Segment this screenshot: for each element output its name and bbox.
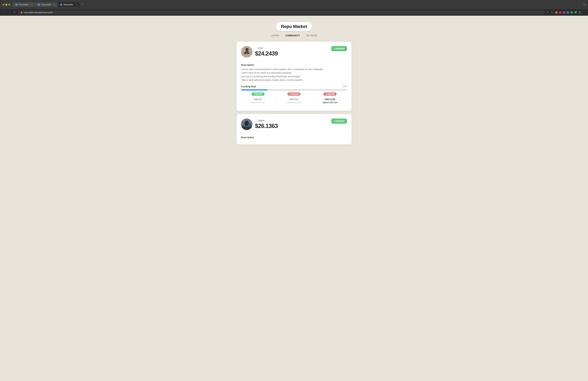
steve-heart-icon[interactable]: ♡ — [255, 119, 257, 122]
site-header: Repu Market LEARN COMMUNITY MY PAGE — [3, 22, 585, 37]
carl-card[interactable]: ♡ Carl $24.2439 4 REMAIN Description I a… — [236, 42, 352, 111]
bookmark-icon[interactable]: ★ — [551, 11, 554, 14]
browser-tab-2[interactable]: Reputable ✕ — [35, 2, 58, 7]
carl-service-cards: 2 REMAIN ERC20 spend 100 Carl 1 REMAIN E… — [241, 94, 347, 106]
svg-rect-9 — [249, 124, 251, 127]
ext-icon-5[interactable] — [570, 11, 573, 14]
carl-funding-pct: 25% — [343, 85, 347, 88]
tab-close-2[interactable]: ✕ — [53, 3, 55, 6]
minimize-window-button[interactable] — [5, 4, 7, 6]
ext-icon-3[interactable] — [563, 11, 565, 14]
carl-erc1155-title: ERC1155 — [316, 98, 344, 101]
tab-favicon-1 — [15, 3, 18, 6]
site-logo: Repu Market — [276, 22, 312, 31]
steve-name-section: ♡ Steve $26.1363 — [255, 119, 278, 129]
profile-icon[interactable]: 👤 — [578, 11, 581, 14]
svg-rect-6 — [241, 127, 252, 130]
carl-remain-badge: 4 REMAIN — [331, 46, 347, 51]
address-bar: ← → ↻ 🔒 repu-table.web.app/repumarket ⬆ … — [0, 9, 588, 16]
cards-container: ♡ Carl $24.2439 4 REMAIN Description I a… — [236, 42, 352, 144]
steve-description-title: Description — [241, 136, 347, 139]
steve-avatar-svg — [241, 118, 252, 130]
lock-icon: 🔒 — [21, 11, 23, 13]
title-bar: Reputable ✕ Reputable ✕ Reputable ✕ + ⊞ — [0, 0, 588, 9]
browser-window: Reputable ✕ Reputable ✕ Reputable ✕ + ⊞ … — [0, 0, 588, 16]
svg-rect-7 — [243, 125, 244, 127]
new-tab-button[interactable]: + — [80, 2, 85, 7]
site-nav: LEARN COMMUNITY MY PAGE — [3, 34, 585, 37]
tab-close-3[interactable]: ✕ — [76, 3, 77, 6]
tab-label-3: Reputable — [63, 3, 73, 6]
carl-username: ♡ Carl — [255, 47, 278, 50]
steve-username: ♡ Steve — [255, 119, 278, 122]
window-controls[interactable]: ⊞ — [583, 3, 586, 6]
traffic-lights — [2, 4, 10, 6]
carl-service-erc20[interactable]: 2 REMAIN ERC20 spend 100 Carl — [241, 94, 275, 106]
carl-funding-label: Funding Rate — [241, 85, 256, 88]
browser-toolbar-icons: ⬆ ★ 🧩 👤 ⋮ — [547, 11, 586, 14]
carl-funding-section: Funding Rate 25% — [241, 85, 347, 91]
carl-description: Description I am an open mind blockchain… — [241, 64, 347, 82]
svg-point-1 — [245, 48, 249, 51]
steve-card[interactable]: ♡ Steve $26.1363 7 REMAIN Description — [236, 114, 352, 144]
tab-favicon-2 — [38, 3, 40, 6]
carl-progress-bar — [241, 89, 347, 91]
carl-erc721-title: ERC721 — [280, 98, 308, 101]
tab-favicon-3 — [60, 3, 62, 6]
close-window-button[interactable] — [2, 4, 4, 6]
carl-erc1155-badge: 1 REMAIN — [324, 92, 336, 96]
carl-card-header: ♡ Carl $24.2439 4 REMAIN — [241, 46, 347, 58]
browser-tab-3[interactable]: Reputable ✕ — [58, 2, 80, 7]
fullscreen-window-button[interactable] — [8, 4, 10, 6]
url-bar[interactable]: 🔒 repu-table.web.app/repumarket — [18, 10, 545, 14]
ext-icon-2[interactable] — [559, 11, 562, 14]
carl-service-erc1155[interactable]: 1 REMAIN ERC1155 spend 110 Carl — [313, 94, 347, 106]
svg-rect-4 — [245, 52, 246, 54]
carl-name-section: ♡ Carl $24.2439 — [255, 47, 278, 57]
tabs-bar: Reputable ✕ Reputable ✕ Reputable ✕ + — [13, 2, 582, 7]
menu-icon[interactable]: ⋮ — [583, 11, 586, 14]
share-icon[interactable]: ⬆ — [547, 11, 550, 14]
carl-price: $24.2439 — [255, 50, 278, 57]
forward-button[interactable]: → — [8, 11, 11, 14]
tab-label-2: Reputable — [41, 3, 51, 6]
carl-user-info: ♡ Carl $24.2439 — [241, 46, 278, 58]
steve-description: Description — [241, 136, 347, 139]
steve-price: $26.1363 — [255, 123, 278, 129]
carl-description-title: Description — [241, 64, 347, 66]
carl-service-erc721[interactable]: 1 REMAIN ERC721 spend 100 Carl — [277, 94, 311, 106]
carl-avatar — [241, 46, 252, 58]
page-content: Repu Market LEARN COMMUNITY MY PAGE — [0, 16, 588, 381]
nav-learn[interactable]: LEARN — [271, 34, 279, 37]
steve-remain-badge: 7 REMAIN — [331, 118, 347, 124]
tab-close-1[interactable]: ✕ — [31, 3, 33, 6]
carl-erc721-spend: spend 100 Carl — [280, 101, 308, 104]
carl-erc721-badge: 1 REMAIN — [287, 92, 300, 96]
steve-divider-1 — [241, 133, 347, 134]
url-text: repu-table.web.app/repumarket — [24, 11, 53, 14]
nav-mypage[interactable]: MY PAGE — [306, 34, 317, 37]
nav-community[interactable]: COMMUNITY — [286, 34, 300, 37]
carl-progress-fill — [241, 89, 268, 91]
carl-heart-icon[interactable]: ♡ — [255, 47, 257, 49]
ext-icon-1[interactable] — [555, 11, 558, 14]
extensions-button[interactable]: 🧩 — [574, 11, 577, 14]
carl-description-text: I am an open mind blockchain & web engin… — [241, 67, 347, 82]
steve-avatar — [241, 118, 252, 130]
steve-name-label: Steve — [258, 119, 265, 122]
carl-name-label: Carl — [258, 47, 263, 50]
ext-icon-4[interactable] — [567, 11, 569, 14]
carl-avatar-svg — [241, 46, 252, 58]
carl-erc20-spend: spend 100 Carl — [244, 101, 272, 104]
steve-avatar-image — [241, 118, 252, 130]
steve-card-header: ♡ Steve $26.1363 7 REMAIN — [241, 118, 347, 130]
carl-erc1155-spend: spend 110 Carl — [316, 101, 344, 104]
carl-funding-header: Funding Rate 25% — [241, 85, 347, 88]
tab-label-1: Reputable — [19, 3, 28, 6]
steve-user-info: ♡ Steve $26.1363 — [241, 118, 278, 130]
back-button[interactable]: ← — [2, 11, 6, 14]
refresh-button[interactable]: ↻ — [13, 11, 16, 14]
browser-tab-1[interactable]: Reputable ✕ — [13, 2, 35, 7]
site-title: Repu Market — [281, 24, 307, 29]
carl-erc20-title: ERC20 — [244, 98, 272, 101]
